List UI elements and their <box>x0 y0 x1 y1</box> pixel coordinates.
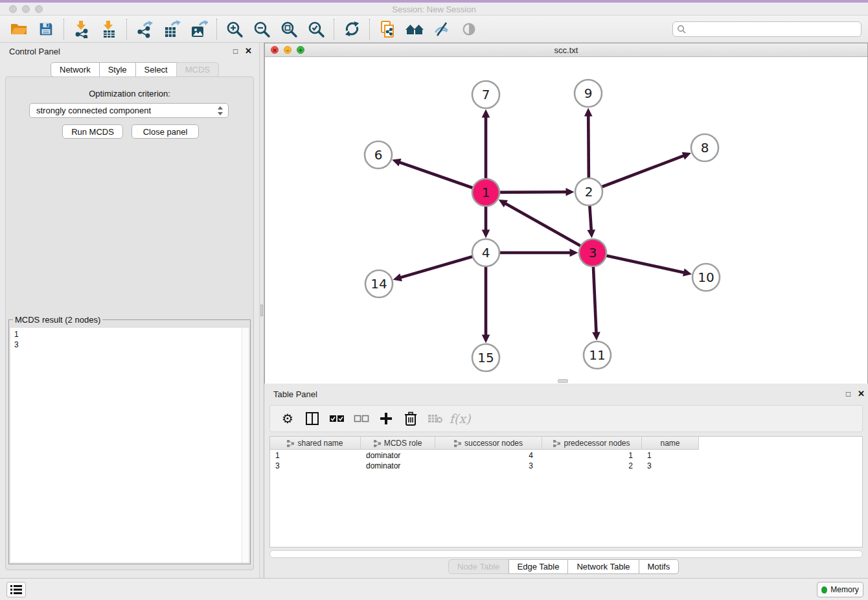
table-cell[interactable]: 1 <box>542 450 642 461</box>
graph-node-10[interactable]: 10 <box>692 264 720 291</box>
run-mcds-button[interactable]: Run MCDS <box>62 124 123 139</box>
column-header-successor-nodes[interactable]: successor nodes <box>435 437 542 450</box>
save-session-button[interactable] <box>36 19 56 40</box>
column-header-predecessor-nodes[interactable]: predecessor nodes <box>542 437 642 450</box>
graph-edge-arrowhead <box>683 268 692 276</box>
export-image-button[interactable] <box>189 19 209 40</box>
graph-node-8[interactable]: 8 <box>691 134 718 161</box>
split-columns-button[interactable] <box>303 409 322 428</box>
memory-label: Memory <box>830 585 858 594</box>
mcds-tab-content: Optimization criterion: strongly connect… <box>5 76 254 570</box>
zoom-in-button[interactable] <box>225 19 244 40</box>
grayed-eye-button[interactable] <box>459 19 479 40</box>
export-network-button[interactable] <box>135 19 154 40</box>
graph-node-11[interactable]: 11 <box>584 341 611 369</box>
table-scrollbar[interactable] <box>269 550 863 558</box>
export-table-button[interactable] <box>162 19 181 40</box>
network-graph[interactable]: 7968124314101511 <box>265 57 867 384</box>
tab-mcds[interactable]: MCDS <box>176 62 219 77</box>
memory-button[interactable]: Memory <box>817 582 863 597</box>
graph-edge-2-8[interactable] <box>589 156 685 192</box>
result-scrollbar[interactable] <box>242 328 249 562</box>
graph-node-3[interactable]: 3 <box>579 239 606 266</box>
graph-node-15[interactable]: 15 <box>472 344 499 371</box>
panel-splitter[interactable] <box>259 43 264 578</box>
tab-edge-table[interactable]: Edge Table <box>508 559 569 574</box>
graph-edge-arrowhead <box>392 159 401 167</box>
tab-network-table[interactable]: Network Table <box>567 559 639 574</box>
double-home-icon <box>405 20 424 38</box>
zoom-fit-button[interactable] <box>279 19 299 40</box>
refresh-icon <box>343 20 361 38</box>
table-cell[interactable]: dominator <box>361 461 435 471</box>
home-button[interactable] <box>405 19 424 40</box>
table-cell[interactable]: dominator <box>361 450 435 461</box>
import-network-icon <box>73 20 91 38</box>
clone-network-button[interactable] <box>378 19 397 40</box>
graph-edge-3-1[interactable] <box>505 203 593 253</box>
hide-graphics-details-button[interactable] <box>432 19 451 40</box>
splitter-handle[interactable] <box>260 305 263 316</box>
graph-node-9[interactable]: 9 <box>575 80 602 107</box>
open-file-button[interactable] <box>9 19 29 40</box>
graph-edge-arrowhead <box>584 108 593 116</box>
table-cell[interactable]: 4 <box>435 450 542 461</box>
column-type-icon <box>553 440 560 447</box>
table-cell[interactable]: 3 <box>435 461 542 471</box>
delete-column-button[interactable] <box>401 409 420 428</box>
tab-select[interactable]: Select <box>135 62 177 77</box>
mcds-result-list[interactable]: 1 3 <box>10 328 249 562</box>
graph-edge-arrowhead <box>592 332 600 340</box>
tab-network[interactable]: Network <box>51 62 100 77</box>
table-cell[interactable]: 1 <box>270 450 361 461</box>
refresh-layout-button[interactable] <box>342 19 361 40</box>
eye-disabled-icon <box>461 21 477 38</box>
table-row[interactable]: 1dominator411 <box>270 450 862 461</box>
graph-node-6[interactable]: 6 <box>365 141 392 168</box>
function-builder-button[interactable]: f(x) <box>450 409 470 428</box>
clone-network-icon <box>378 20 396 38</box>
delete-table-button[interactable] <box>426 409 445 428</box>
zoom-in-icon <box>225 20 244 38</box>
control-panel: Control Panel □ ✕ Network Style Select M… <box>0 43 259 578</box>
toolbar-separator <box>369 19 370 40</box>
zoom-selected-button[interactable] <box>306 19 326 40</box>
column-header-name[interactable]: name <box>642 437 699 450</box>
unselect-all-columns-button[interactable] <box>352 409 371 428</box>
tab-style[interactable]: Style <box>99 62 136 77</box>
table-settings-button[interactable]: ⚙ <box>278 409 297 428</box>
graph-node-4[interactable]: 4 <box>472 239 499 266</box>
network-canvas[interactable]: 7968124314101511 <box>265 57 867 384</box>
table-cell[interactable]: 3 <box>642 461 699 471</box>
column-header-shared-name[interactable]: shared name <box>270 437 361 450</box>
criterion-select[interactable]: strongly connected component <box>29 103 229 118</box>
close-panel-button[interactable]: Close panel <box>131 124 199 139</box>
graph-node-7[interactable]: 7 <box>472 81 499 108</box>
graph-node-2[interactable]: 2 <box>575 178 602 205</box>
table-cell[interactable]: 3 <box>270 461 361 471</box>
graph-node-1[interactable]: 1 <box>472 179 499 206</box>
float-panel-icon[interactable]: □ <box>233 47 238 56</box>
import-table-button[interactable] <box>99 19 119 40</box>
show-panels-button[interactable] <box>6 582 26 597</box>
table-cell[interactable]: 1 <box>642 450 699 461</box>
add-column-button[interactable] <box>376 409 396 428</box>
zoom-out-button[interactable] <box>252 19 271 40</box>
control-panel-title: Control Panel <box>9 47 60 56</box>
select-all-columns-button[interactable] <box>327 409 347 428</box>
column-header-MCDS-role[interactable]: MCDS role <box>361 437 435 450</box>
import-network-button[interactable] <box>72 19 91 40</box>
table-cell[interactable]: 2 <box>542 461 642 471</box>
graph-edge-arrowhead <box>587 229 595 238</box>
float-panel-icon[interactable]: □ <box>846 389 851 398</box>
tab-node-table[interactable]: Node Table <box>448 559 509 574</box>
export-image-icon <box>190 20 208 38</box>
tab-motifs[interactable]: Motifs <box>639 559 680 574</box>
network-scrollbar-thumb[interactable] <box>558 379 568 383</box>
close-panel-icon[interactable]: ✕ <box>245 46 252 56</box>
close-panel-icon[interactable]: ✕ <box>858 389 865 398</box>
search-input[interactable] <box>672 21 862 37</box>
graph-node-14[interactable]: 14 <box>365 270 393 297</box>
table-row[interactable]: 3dominator323 <box>270 461 862 471</box>
column-header-label: shared name <box>297 439 343 448</box>
